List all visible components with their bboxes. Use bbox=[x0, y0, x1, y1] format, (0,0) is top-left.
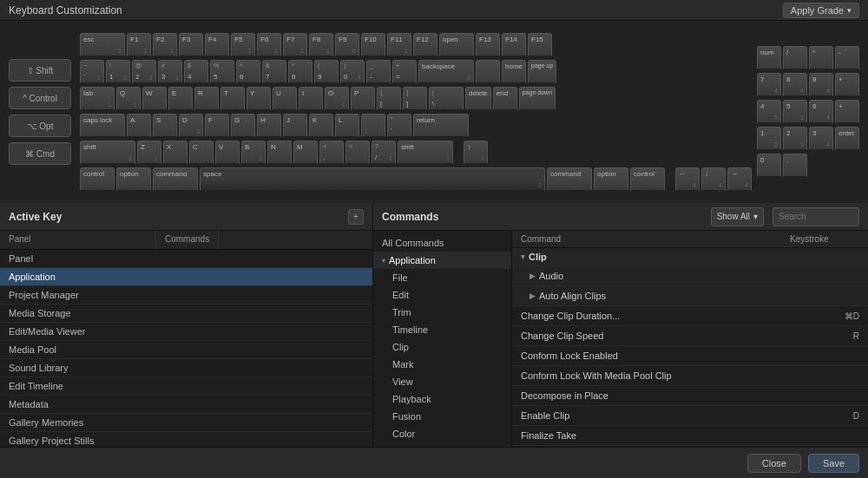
return-key[interactable]: return bbox=[413, 114, 469, 138]
tree-item-view[interactable]: View bbox=[373, 373, 511, 390]
page-down-key[interactable]: page down bbox=[519, 87, 556, 111]
y-key[interactable]: Y bbox=[247, 87, 271, 111]
lcommand-key[interactable]: command bbox=[153, 167, 198, 192]
r-key[interactable]: R bbox=[194, 87, 219, 111]
command-conform-lock-item[interactable]: Conform Lock Enabled bbox=[512, 346, 868, 366]
num5-key[interactable]: 51 bbox=[783, 100, 807, 124]
list-item[interactable]: Panel bbox=[0, 250, 372, 268]
tree-item-color[interactable]: Color bbox=[373, 425, 511, 442]
command-conform-lock-pool-item[interactable]: Conform Lock With Media Pool Clip bbox=[512, 366, 868, 386]
list-item[interactable]: Metadata bbox=[0, 396, 372, 414]
list-item[interactable]: Edit/Media Viewer bbox=[0, 323, 372, 341]
loption-key[interactable]: option bbox=[116, 167, 151, 192]
comma-key[interactable]: <, bbox=[319, 141, 344, 165]
shift-key[interactable]: ⇧ Shift bbox=[9, 59, 71, 82]
z-key[interactable]: Z1 bbox=[137, 141, 161, 165]
close-button[interactable]: Close bbox=[747, 454, 801, 473]
backspace-key[interactable]: backspace9 bbox=[418, 60, 474, 84]
b-key[interactable]: B1 bbox=[241, 141, 266, 165]
num4-key[interactable]: 45 bbox=[757, 100, 781, 124]
command-audio-item[interactable]: ▶ Audio bbox=[512, 266, 868, 286]
control-key[interactable]: ^ Control bbox=[9, 87, 71, 109]
period-key[interactable]: >. bbox=[345, 141, 370, 165]
num-plus2-key[interactable]: + bbox=[835, 100, 859, 124]
open-key[interactable]: open bbox=[439, 33, 474, 57]
i-key[interactable]: I bbox=[299, 87, 323, 111]
tree-item-application[interactable]: ▾ Application bbox=[373, 252, 511, 269]
lshift-key[interactable]: shift1 bbox=[80, 141, 135, 165]
f-key[interactable]: F bbox=[205, 114, 229, 138]
delete-key[interactable]: delete bbox=[465, 87, 491, 111]
f14-key[interactable]: F14 bbox=[502, 33, 526, 57]
show-all-dropdown[interactable]: Show All ▾ bbox=[711, 207, 764, 226]
list-item[interactable]: Gallery Memories bbox=[0, 414, 372, 432]
list-item[interactable]: Media Storage bbox=[0, 304, 372, 323]
rbracket-key[interactable]: }] bbox=[403, 87, 427, 111]
f5-key[interactable]: F51 bbox=[231, 33, 255, 57]
list-item[interactable]: Edit Timeline bbox=[0, 377, 372, 396]
f3-key[interactable]: F3 bbox=[179, 33, 203, 57]
o-key[interactable]: O1 bbox=[325, 87, 349, 111]
num1-key[interactable]: 12 bbox=[757, 127, 781, 151]
num-lock-key[interactable] bbox=[476, 60, 500, 84]
f1-key[interactable]: F11 bbox=[127, 33, 151, 57]
command-clip-section[interactable]: ▾ Clip bbox=[512, 248, 868, 266]
s-key[interactable]: S bbox=[153, 114, 177, 138]
e-key[interactable]: E bbox=[168, 87, 193, 111]
f13-key[interactable]: F13 bbox=[476, 33, 500, 57]
quote-key[interactable]: "' bbox=[387, 114, 411, 138]
8-key[interactable]: *8 bbox=[288, 60, 312, 84]
k-key[interactable]: K bbox=[309, 114, 333, 138]
3-key[interactable]: #31 bbox=[158, 60, 182, 84]
page-up-key[interactable]: page up bbox=[528, 60, 556, 84]
d-key[interactable]: D3 bbox=[179, 114, 203, 138]
search-input[interactable] bbox=[773, 207, 859, 226]
equals-key[interactable]: += bbox=[392, 60, 417, 84]
list-item[interactable]: Media Pool bbox=[0, 341, 372, 359]
num0-key[interactable]: 0 bbox=[757, 154, 781, 178]
num8-key[interactable]: 84 bbox=[783, 73, 807, 97]
rcontrol-key[interactable]: control bbox=[630, 167, 665, 192]
list-item[interactable]: Sound Library bbox=[0, 359, 372, 377]
c-key[interactable]: C bbox=[189, 141, 214, 165]
semicolon-key[interactable]: :; bbox=[361, 114, 385, 138]
down-arrow-key[interactable]: ↓4 bbox=[701, 167, 726, 192]
f12-key[interactable]: F12 bbox=[413, 33, 437, 57]
num-slash-key[interactable]: / bbox=[783, 46, 807, 70]
f11-key[interactable]: F111 bbox=[387, 33, 411, 57]
9-key[interactable]: (9 bbox=[314, 60, 339, 84]
minus-key[interactable]: _- bbox=[366, 60, 391, 84]
end-key[interactable]: end bbox=[493, 87, 517, 111]
tree-item-fairlight[interactable]: Fairlight bbox=[373, 442, 511, 447]
tree-item-fusion[interactable]: Fusion bbox=[373, 408, 511, 425]
tree-item-clip[interactable]: Clip bbox=[373, 338, 511, 356]
tab-key[interactable]: tab1 bbox=[80, 87, 115, 111]
num-minus-key[interactable]: - bbox=[835, 46, 859, 70]
apply-grade-button[interactable]: Apply Grade ▾ bbox=[783, 3, 859, 18]
j-key[interactable]: J bbox=[283, 114, 307, 138]
f15-key[interactable]: F15 bbox=[528, 33, 552, 57]
1-key[interactable]: !13 bbox=[106, 60, 130, 84]
esc-key[interactable]: esc1 bbox=[80, 33, 125, 57]
home-key[interactable]: home bbox=[502, 60, 526, 84]
f7-key[interactable]: F71 bbox=[283, 33, 307, 57]
p-key[interactable]: P bbox=[351, 87, 375, 111]
f9-key[interactable]: F90 bbox=[335, 33, 359, 57]
num7-key[interactable]: 74 bbox=[757, 73, 781, 97]
up-arrow-key[interactable]: ↑1 bbox=[464, 141, 488, 165]
v-key[interactable]: V bbox=[215, 141, 240, 165]
active-key-add-button[interactable]: + bbox=[348, 209, 364, 225]
h-key[interactable]: H bbox=[257, 114, 281, 138]
command-auto-align-item[interactable]: ▶ Auto Align Clips bbox=[512, 286, 868, 306]
0-key[interactable]: )04 bbox=[340, 60, 365, 84]
u-key[interactable]: U bbox=[273, 87, 297, 111]
list-item[interactable]: Gallery Project Stills bbox=[0, 432, 372, 447]
num6-key[interactable]: 64 bbox=[809, 100, 833, 124]
right-arrow-key[interactable]: →4 bbox=[727, 167, 752, 192]
2-key[interactable]: @22 bbox=[132, 60, 156, 84]
tree-item-playback[interactable]: Playback bbox=[373, 390, 511, 408]
command-finalize-item[interactable]: Finalize Take bbox=[512, 426, 868, 446]
l-key[interactable]: L bbox=[335, 114, 359, 138]
n-key[interactable]: N bbox=[267, 141, 292, 165]
num-plus-key[interactable]: + bbox=[835, 73, 859, 97]
